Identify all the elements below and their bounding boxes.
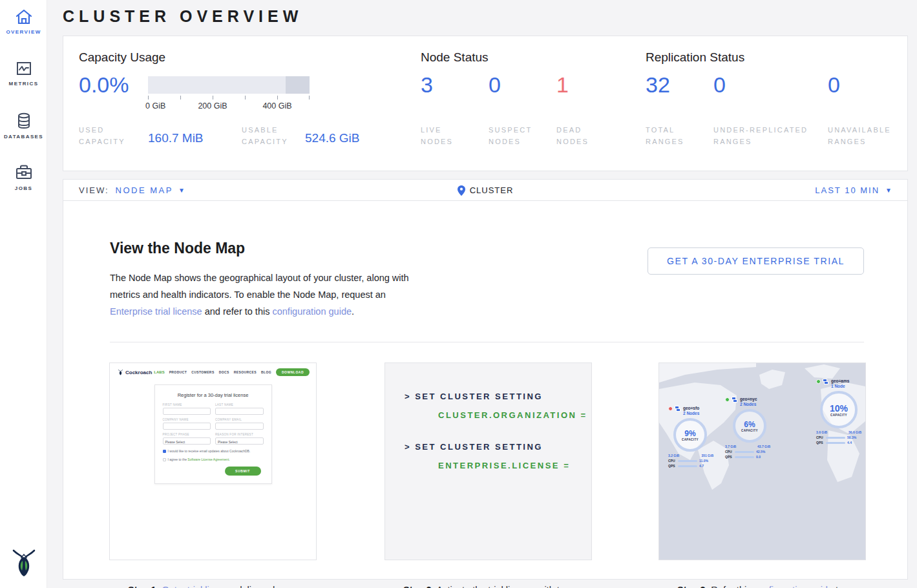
locality-ams: geo=ams1 Node 10% CAPACITY 3.6 GiB36.6 G… [816, 379, 861, 445]
nodes-icon [675, 406, 681, 412]
mini-checkbox-label: I would like to receive email updates ab… [168, 449, 251, 453]
sidebar-item-label: OVERVIEW [0, 29, 47, 35]
jobs-icon [14, 163, 34, 182]
node-status-title: Node Status [421, 50, 489, 65]
qps-sparkline [735, 456, 754, 458]
mini-nav-item: CUSTOMERS [191, 370, 214, 374]
step3-card: geo=sfo2 Nodes 9% CAPACITY 3.2 GiB351 Gi… [659, 362, 866, 560]
qps-label: QPS [725, 455, 733, 459]
sidebar-item-overview[interactable]: OVERVIEW [0, 0, 47, 52]
step3-caption: Step 3: Refer this configuration guide t… [659, 560, 865, 588]
mini-nav-item: DOCS [219, 370, 229, 374]
capacity-axis-ticks [148, 96, 310, 100]
mini-nav-item: PRODUCT [169, 370, 187, 374]
node-map-heading: View the Node Map [110, 240, 245, 257]
gauge-label: CAPACITY [741, 429, 758, 432]
capacity-usage-title: Capacity Usage [79, 50, 165, 65]
locality-node-count: 2 Nodes [740, 402, 757, 406]
sql-commands-illustration: > SET CLUSTER SETTING CLUSTER.ORGANIZATI… [385, 363, 591, 560]
time-range-dropdown[interactable]: LAST 10 MIN ▼ [815, 180, 893, 201]
cpu-sparkline [735, 451, 754, 453]
metrics-icon [15, 60, 33, 77]
suspect-nodes-value: 0 [489, 72, 501, 98]
qps-label: QPS [668, 464, 676, 468]
capacity-axis-labels: 0 GiB 200 GiB 400 GiB [148, 101, 316, 112]
gauge-label: CAPACITY [682, 438, 699, 441]
cockroach-labs-mini-logo: Cockroach LABS [118, 368, 165, 376]
mini-site-nav: PRODUCT CUSTOMERS DOCS RESOURCES BLOG DO… [169, 368, 310, 376]
sidebar-item-databases[interactable]: DATABASES [0, 103, 47, 155]
step-number: Step 1: [128, 585, 159, 588]
usable-capacity-value: 524.6 GiB [305, 131, 360, 145]
mini-select: Please Select [215, 437, 264, 445]
cluster-summary-card: Capacity Usage 0.0% 0 GiB 200 GiB 400 Gi… [63, 36, 908, 171]
cpu-label: CPU [816, 436, 824, 439]
get-trial-license-link[interactable]: Get a trial license [162, 585, 234, 588]
nodes-icon [823, 379, 829, 385]
configuration-guide-link[interactable]: configuration guide [754, 585, 833, 588]
dead-nodes-label: DEAD NODES [556, 124, 608, 147]
live-nodes-label: LIVE NODES [421, 124, 472, 147]
status-dot-green [816, 379, 821, 384]
qps-sparkline [826, 442, 845, 444]
sql-code-line: ENTERPRISE.LICENSE = [438, 461, 591, 470]
map-pin-icon [458, 185, 465, 196]
cpu-value: 11.0% [699, 459, 708, 463]
step1-card: Cockroach LABS PRODUCT CUSTOMERS DOCS RE… [109, 362, 317, 560]
mini-field-label: COMPANY NAME [163, 418, 211, 421]
qps-sparkline [678, 465, 697, 467]
mini-input [215, 408, 264, 415]
capacity-used: 3.6 GiB [816, 430, 827, 434]
mini-field-label: COMPANY EMAIL [215, 418, 264, 421]
cpu-sparkline [826, 437, 845, 439]
sidebar-item-metrics[interactable]: METRICS [0, 52, 47, 103]
usable-capacity-label: USABLE CAPACITY [242, 124, 301, 147]
mini-field-label: FIRST NAME [163, 403, 211, 406]
capacity-gauge: 9% CAPACITY [673, 418, 707, 452]
description-text: and refer to this [202, 306, 273, 317]
gauge-percent: 9% [684, 429, 695, 438]
enterprise-trial-button[interactable]: GET A 30-DAY ENTERPRISE TRIAL [648, 247, 864, 275]
cockroach-mini-icon [118, 368, 123, 376]
databases-icon [15, 112, 33, 130]
capacity-gauge: 6% CAPACITY [733, 409, 766, 443]
locality-node-count: 2 Nodes [683, 411, 699, 415]
locality-stats: 3.7 GiB43.7 GiB CPU42.5% QPS0.0 [725, 445, 770, 459]
home-icon [15, 8, 33, 25]
total-ranges-label: TOTAL RANGES [646, 124, 697, 147]
suspect-nodes-label: SUSPECT NODES [489, 124, 540, 147]
qps-value: 4.7 [699, 464, 704, 468]
view-bar: VIEW: NODE MAP ▼ CLUSTER LAST 10 MIN ▼ [63, 180, 907, 201]
mini-nav-item: BLOG [261, 370, 271, 374]
configuration-guide-link[interactable]: configuration guide [272, 306, 352, 317]
mini-nav-item: RESOURCES [234, 370, 257, 374]
tick-label: 400 GiB [262, 101, 291, 110]
chevron-down-icon: ▼ [885, 187, 893, 194]
enterprise-trial-license-link[interactable]: Enterprise trial license [110, 306, 202, 317]
sidebar: OVERVIEW METRICS DATABASES [0, 0, 47, 588]
mini-logo-suffix: LABS [154, 370, 164, 374]
mini-checkbox [163, 458, 166, 461]
sidebar-item-jobs[interactable]: JOBS [0, 155, 47, 207]
gauge-percent: 6% [744, 420, 755, 429]
capacity-gauge: 10% CAPACITY [820, 391, 858, 428]
capacity-used: 3.7 GiB [725, 445, 736, 448]
caption-text: Refer this [708, 585, 754, 588]
node-map-content: View the Node Map The Node Map shows the… [63, 201, 907, 580]
live-nodes-value: 3 [421, 72, 433, 98]
tick-label: 0 GiB [145, 101, 165, 110]
cpu-label: CPU [725, 450, 733, 454]
mini-license-link: Software License Agreement. [187, 457, 229, 461]
dead-nodes-value: 1 [556, 72, 569, 98]
unavailable-ranges-value: 0 [828, 72, 840, 98]
mini-field-label: REASON FOR INTEREST [215, 433, 264, 436]
capacity-bar-chart: 0 GiB 200 GiB 400 GiB [148, 76, 310, 112]
locality-name: geo=nyc [740, 397, 757, 402]
cockroach-logo [0, 545, 47, 582]
capacity-used: 3.2 GiB [668, 454, 679, 457]
under-replicated-ranges-label: UNDER-REPLICATED RANGES [713, 124, 818, 147]
cpu-value: 58.3% [847, 436, 856, 439]
page-title: CLUSTER OVERVIEW [63, 7, 302, 26]
sql-code-line: CLUSTER.ORGANIZATION = [438, 410, 591, 420]
capacity-total: 43.7 GiB [757, 445, 770, 448]
